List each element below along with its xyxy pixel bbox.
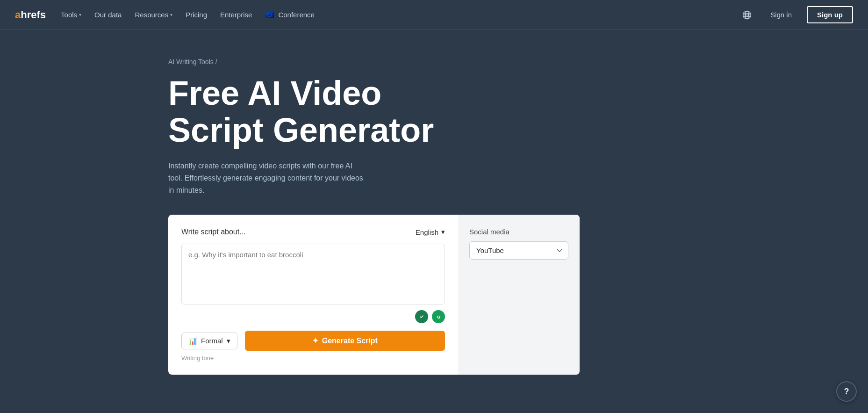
- page-title: Free AI Video Script Generator: [168, 75, 477, 149]
- social-media-label: Social media: [469, 228, 568, 236]
- conference-flag-icon: 🇪🇺: [265, 10, 274, 19]
- nav-links: Tools ▾ Our data Resources ▾ Pricing Ent…: [61, 10, 739, 19]
- globe-button[interactable]: [739, 7, 755, 23]
- signin-button[interactable]: Sign in: [763, 7, 799, 22]
- globe-icon: [742, 10, 752, 20]
- nav-pricing[interactable]: Pricing: [186, 11, 207, 19]
- breadcrumb-link[interactable]: AI Writing Tools: [168, 58, 214, 65]
- language-selector[interactable]: English ▾: [416, 228, 445, 236]
- textarea-icons: G: [181, 310, 445, 323]
- generate-script-button[interactable]: ✦ Generate Script: [245, 331, 445, 351]
- tool-right: Social media YouTube TikTok Instagram Fa…: [458, 215, 580, 375]
- nav-resources[interactable]: Resources ▾: [135, 11, 172, 19]
- nav-our-data[interactable]: Our data: [94, 11, 122, 19]
- breadcrumb: AI Writing Tools /: [168, 58, 868, 65]
- logo-a-letter: a: [15, 9, 21, 21]
- help-icon: ?: [844, 387, 849, 397]
- breadcrumb-separator: /: [215, 58, 217, 65]
- chevron-down-icon: ▾: [441, 228, 445, 236]
- logo[interactable]: ahrefs: [15, 9, 46, 21]
- svg-text:G: G: [437, 315, 440, 319]
- tone-value: Formal: [201, 337, 223, 345]
- tone-icon: 📊: [188, 337, 197, 345]
- logo-rest: hrefs: [21, 9, 46, 21]
- chevron-down-icon: ▾: [170, 12, 172, 17]
- chevron-down-icon: ▾: [227, 337, 230, 345]
- hero-description: Instantly create compelling video script…: [168, 160, 365, 196]
- language-value: English: [416, 228, 438, 236]
- navbar: ahrefs Tools ▾ Our data Resources ▾ Pric…: [0, 0, 868, 30]
- main-content: AI Writing Tools / Free AI Video Script …: [0, 30, 868, 403]
- tool-footer: 📊 Formal ▾ ✦ Generate Script: [181, 331, 445, 351]
- generate-icon: ✦: [312, 336, 318, 345]
- social-media-select[interactable]: YouTube TikTok Instagram Facebook Twitte…: [469, 241, 568, 260]
- generate-label: Generate Script: [322, 337, 378, 345]
- tool-header: Write script about... English ▾: [181, 228, 445, 236]
- writing-tone-label: Writing tone: [181, 355, 445, 362]
- nav-right: Sign in Sign up: [739, 6, 853, 23]
- tool-left: Write script about... English ▾: [168, 215, 458, 375]
- write-label: Write script about...: [181, 228, 246, 236]
- spell-check-icon[interactable]: [415, 310, 428, 323]
- grammarly-icon[interactable]: G: [432, 310, 445, 323]
- nav-enterprise[interactable]: Enterprise: [220, 11, 252, 19]
- nav-tools[interactable]: Tools ▾: [61, 11, 81, 19]
- help-button[interactable]: ?: [836, 381, 857, 402]
- signup-button[interactable]: Sign up: [807, 6, 853, 23]
- chevron-down-icon: ▾: [79, 12, 81, 17]
- script-textarea[interactable]: [181, 244, 445, 304]
- tool-card-inner: Write script about... English ▾: [168, 215, 580, 375]
- nav-conference[interactable]: 🇪🇺Conference: [265, 10, 315, 19]
- tool-card: Write script about... English ▾: [168, 215, 580, 375]
- tone-selector[interactable]: 📊 Formal ▾: [181, 333, 237, 349]
